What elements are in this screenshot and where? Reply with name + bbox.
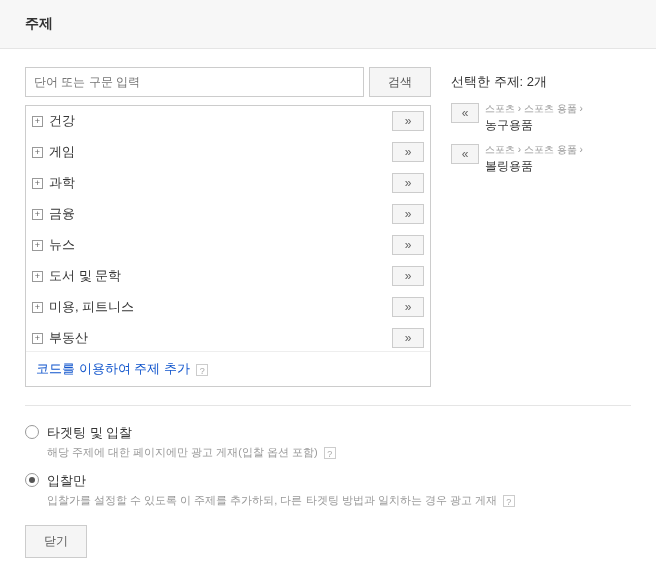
topic-row: +과학: [26, 168, 430, 199]
radio-label: 타겟팅 및 입찰: [47, 424, 631, 442]
selected-text: 스포츠 › 스포츠 용품 › 농구용품: [485, 101, 583, 134]
topic-label: 도서 및 문학: [49, 265, 392, 287]
code-add-row: 코드를 이용하여 주제 추가 ?: [26, 351, 430, 386]
search-row: 검색: [25, 67, 431, 97]
expand-icon[interactable]: +: [32, 147, 43, 158]
remove-topic-button[interactable]: [451, 103, 479, 123]
topic-row: +금융: [26, 199, 430, 230]
left-column: 검색 +건강 +게임 +과학 +금융 +뉴스 +도서 및 문학 +미용, 피트니…: [25, 67, 431, 387]
code-add-link[interactable]: 코드를 이용하여 주제 추가: [36, 361, 190, 376]
selected-path: 스포츠 › 스포츠 용품 ›: [485, 101, 583, 116]
help-icon[interactable]: ?: [503, 495, 515, 507]
radio-row-targeting: 타겟팅 및 입찰 해당 주제에 대한 페이지에만 광고 게재(입찰 옵션 포함)…: [25, 424, 631, 460]
selected-title: 선택한 주제: 2개: [451, 73, 631, 91]
topic-row: +미용, 피트니스: [26, 292, 430, 323]
radio-label: 입찰만: [47, 472, 631, 490]
remove-topic-button[interactable]: [451, 144, 479, 164]
panel-header: 주제: [0, 0, 656, 49]
expand-icon[interactable]: +: [32, 271, 43, 282]
expand-icon[interactable]: +: [32, 178, 43, 189]
selected-path: 스포츠 › 스포츠 용품 ›: [485, 142, 583, 157]
help-icon[interactable]: ?: [196, 364, 208, 376]
topic-row: +건강: [26, 106, 430, 137]
panel-title: 주제: [25, 15, 631, 33]
selected-text: 스포츠 › 스포츠 용품 › 볼링용품: [485, 142, 583, 175]
topic-list[interactable]: +건강 +게임 +과학 +금융 +뉴스 +도서 및 문학 +미용, 피트니스 +…: [26, 106, 430, 351]
close-button[interactable]: 닫기: [25, 525, 87, 558]
radio-content: 타겟팅 및 입찰 해당 주제에 대한 페이지에만 광고 게재(입찰 옵션 포함)…: [47, 424, 631, 460]
panel-content: 검색 +건강 +게임 +과학 +금융 +뉴스 +도서 및 문학 +미용, 피트니…: [0, 49, 656, 405]
search-button[interactable]: 검색: [369, 67, 431, 97]
radio-content: 입찰만 입찰가를 설정할 수 있도록 이 주제를 추가하되, 다른 타겟팅 방법…: [47, 472, 631, 508]
topic-row: +게임: [26, 137, 430, 168]
add-topic-button[interactable]: [392, 204, 424, 224]
help-icon[interactable]: ?: [324, 447, 336, 459]
selected-item: 스포츠 › 스포츠 용품 › 농구용품: [451, 101, 631, 134]
radio-targeting-and-bid[interactable]: [25, 425, 39, 439]
add-topic-button[interactable]: [392, 235, 424, 255]
topic-row: +뉴스: [26, 230, 430, 261]
selected-item: 스포츠 › 스포츠 용품 › 볼링용품: [451, 142, 631, 175]
topic-label: 금융: [49, 203, 392, 225]
radio-row-bid-only: 입찰만 입찰가를 설정할 수 있도록 이 주제를 추가하되, 다른 타겟팅 방법…: [25, 472, 631, 508]
topic-label: 과학: [49, 172, 392, 194]
add-topic-button[interactable]: [392, 111, 424, 131]
topic-label: 뉴스: [49, 234, 392, 256]
topic-label: 게임: [49, 141, 392, 163]
topic-list-container: +건강 +게임 +과학 +금융 +뉴스 +도서 및 문학 +미용, 피트니스 +…: [25, 105, 431, 387]
radio-bid-only[interactable]: [25, 473, 39, 487]
add-topic-button[interactable]: [392, 266, 424, 286]
add-topic-button[interactable]: [392, 142, 424, 162]
expand-icon[interactable]: +: [32, 116, 43, 127]
right-column: 선택한 주제: 2개 스포츠 › 스포츠 용품 › 농구용품 스포츠 › 스포츠…: [451, 67, 631, 387]
topic-row: +도서 및 문학: [26, 261, 430, 292]
expand-icon[interactable]: +: [32, 240, 43, 251]
topic-label: 건강: [49, 110, 392, 132]
expand-icon[interactable]: +: [32, 209, 43, 220]
selected-name: 농구용품: [485, 116, 583, 134]
expand-icon[interactable]: +: [32, 302, 43, 313]
topic-label: 부동산: [49, 327, 392, 349]
search-input[interactable]: [25, 67, 364, 97]
topic-label: 미용, 피트니스: [49, 296, 392, 318]
add-topic-button[interactable]: [392, 173, 424, 193]
add-topic-button[interactable]: [392, 297, 424, 317]
add-topic-button[interactable]: [392, 328, 424, 348]
topic-row: +부동산: [26, 323, 430, 351]
radio-desc: 입찰가를 설정할 수 있도록 이 주제를 추가하되, 다른 타겟팅 방법과 일치…: [47, 493, 631, 508]
expand-icon[interactable]: +: [32, 333, 43, 344]
radio-desc: 해당 주제에 대한 페이지에만 광고 게재(입찰 옵션 포함) ?: [47, 445, 631, 460]
options-section: 타겟팅 및 입찰 해당 주제에 대한 페이지에만 광고 게재(입찰 옵션 포함)…: [0, 406, 656, 561]
selected-name: 볼링용품: [485, 157, 583, 175]
